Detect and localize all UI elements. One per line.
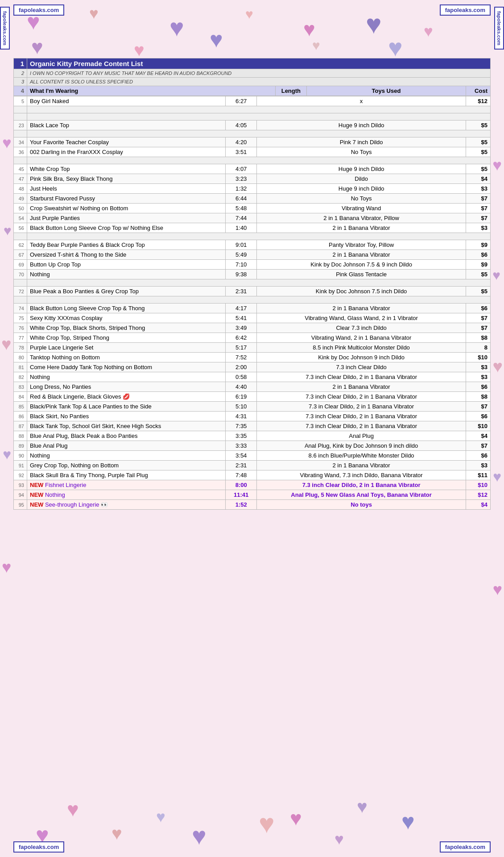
row-cost: $11	[466, 470, 491, 480]
row-num: 62	[14, 240, 27, 250]
row-what: White Crop Top, Black Shorts, Striped Th…	[27, 323, 226, 333]
row-what: Long Dress, No Panties	[27, 382, 226, 392]
row-toys: 7.3 inch Clear Dildo, 2 in 1 Banana Vibr…	[257, 372, 466, 382]
row-what: Blue Anal Plug	[27, 441, 226, 451]
row-length: 1:40	[226, 223, 257, 233]
row-num: 23	[14, 121, 27, 130]
row-length: 5:49	[226, 250, 257, 260]
row-cost: $7	[466, 313, 491, 323]
table-row: 95NEW See-through Lingerie 👀1:52No toys$…	[14, 500, 491, 510]
row-num: 36	[14, 147, 27, 157]
row-toys: x	[257, 96, 466, 106]
row-num: 82	[14, 372, 27, 382]
row-cost: 8	[466, 343, 491, 353]
table-row: 89Blue Anal Plug3:33Anal Plug, Kink by D…	[14, 441, 491, 451]
table-row: 92Black Skull Bra & Tiny Thong, Purple T…	[14, 470, 491, 480]
row-length: 9:01	[226, 240, 257, 250]
row-cost: $6	[466, 304, 491, 313]
row-toys: Kink by Doc Johnson 9 inch Dildo	[257, 353, 466, 362]
row-toys: Pink Glass Tentacle	[257, 270, 466, 279]
row-cost: $12	[466, 490, 491, 500]
row-num-1: 1	[14, 58, 27, 69]
table-row: 87Black Tank Top, School Girl Skirt, Kne…	[14, 421, 491, 431]
table-row: 80Tanktop Nothing on Bottom7:52Kink by D…	[14, 353, 491, 362]
row-toys: 2 in 1 Banana Vibrator	[257, 223, 466, 233]
row-what: NEW Nothing	[27, 490, 226, 500]
row-cost: $9	[466, 240, 491, 250]
row-num: 48	[14, 184, 27, 194]
row-what: Just Heels	[27, 184, 226, 194]
row-length: 7:48	[226, 470, 257, 480]
row-cost: $5	[466, 287, 491, 296]
row-what: Come Here Daddy Tank Top Nothing on Bott…	[27, 362, 226, 372]
row-length: 0:58	[226, 372, 257, 382]
row-num: 86	[14, 412, 27, 421]
row-toys: 2 in 1 Banana Vibrator	[257, 250, 466, 260]
table-row: 50Crop Sweatshirt w/ Nothing on Bottom5:…	[14, 204, 491, 213]
content-table: 1 Organic Kitty Premade Content List 2 I…	[13, 58, 491, 96]
data-table: 5Boy Girl Naked6:27x$1223Black Lace Top4…	[13, 96, 491, 510]
col-header-length: Length	[275, 86, 306, 96]
row-num: 56	[14, 223, 27, 233]
row-cost: $7	[466, 194, 491, 204]
row-cost: $6	[466, 412, 491, 421]
row-cost: $5	[466, 270, 491, 279]
row-cost: $10	[466, 480, 491, 490]
row-what: Nothing	[27, 372, 226, 382]
row-toys: No toys	[257, 500, 466, 510]
row-length: 7:10	[226, 260, 257, 270]
table-row: 81Come Here Daddy Tank Top Nothing on Bo…	[14, 362, 491, 372]
row-what: Black Lace Top	[27, 121, 226, 130]
table-row: 94NEW Nothing11:41Anal Plug, 5 New Glass…	[14, 490, 491, 500]
row-toys: 7.3 inch Clear Dildo, 2 in 1 Banana Vibr…	[257, 480, 466, 490]
row-num: 88	[14, 431, 27, 441]
row-what: Just Purple Panties	[27, 213, 226, 223]
watermark-top-right: fapoleaks.com	[440, 4, 491, 16]
row-what: Your Favorite Teacher Cosplay	[27, 137, 226, 147]
row-toys: No Toys	[257, 147, 466, 157]
row-cost: $7	[466, 323, 491, 333]
row-cost: $3	[466, 223, 491, 233]
row-length: 11:41	[226, 490, 257, 500]
row-num-empty	[14, 296, 27, 304]
row-num: 94	[14, 490, 27, 500]
row-num: 89	[14, 441, 27, 451]
row-num-empty	[14, 130, 27, 137]
table-row: 75Sexy Kitty XXXmas Cosplay5:41Vibrating…	[14, 313, 491, 323]
row-num-2: 2	[14, 69, 27, 78]
row-num: 54	[14, 213, 27, 223]
table-row: 67Oversized T-shirt & Thong to the Side5…	[14, 250, 491, 260]
table-row: 36002 Darling in the FranXXX Cosplay3:51…	[14, 147, 491, 157]
table-row: 56Black Button Long Sleeve Crop Top w/ N…	[14, 223, 491, 233]
row-toys: Vibrating Wand	[257, 204, 466, 213]
col-header-what: What I'm Wearing	[27, 86, 276, 96]
table-row: 77White Crop Top, Striped Thong6:42Vibra…	[14, 333, 491, 343]
row-what: Blue Anal Plug, Black Peak a Boo Panties	[27, 431, 226, 441]
row-num: 78	[14, 343, 27, 353]
row-toys: No Toys	[257, 194, 466, 204]
row-num: 92	[14, 470, 27, 480]
row-what: Black Skull Bra & Tiny Thong, Purple Tai…	[27, 470, 226, 480]
row-length: 2:31	[226, 461, 257, 470]
row-length: 4:07	[226, 164, 257, 174]
row-num: 93	[14, 480, 27, 490]
main-content: 1 Organic Kitty Premade Content List 2 I…	[13, 58, 491, 510]
row-num-empty	[14, 106, 27, 113]
watermark-top-left: fapoleaks.com	[13, 4, 64, 16]
row-num: 72	[14, 287, 27, 296]
row-toys: Huge 9 inch Dildo	[257, 121, 466, 130]
row-length: 5:41	[226, 313, 257, 323]
watermark-side-right: fapoleaks.com	[494, 7, 504, 50]
row-toys: Kink by Doc Johnson 7.5 inch Dildo	[257, 287, 466, 296]
table-row: 84Red & Black Lingerie, Black Gloves 💋6:…	[14, 392, 491, 402]
row-cost: $7	[466, 402, 491, 412]
table-row: 5Boy Girl Naked6:27x$12	[14, 96, 491, 106]
row-num: 45	[14, 164, 27, 174]
row-what: Black Skirt, No Panties	[27, 412, 226, 421]
row-cost: $8	[466, 333, 491, 343]
row-what: Black/Pink Tank Top & Lace Panties to th…	[27, 402, 226, 412]
row-length: 6:44	[226, 194, 257, 204]
row-cost: $3	[466, 362, 491, 372]
row-length: 2:31	[226, 287, 257, 296]
row-toys: 2 in 1 Banana Vibrator	[257, 304, 466, 313]
